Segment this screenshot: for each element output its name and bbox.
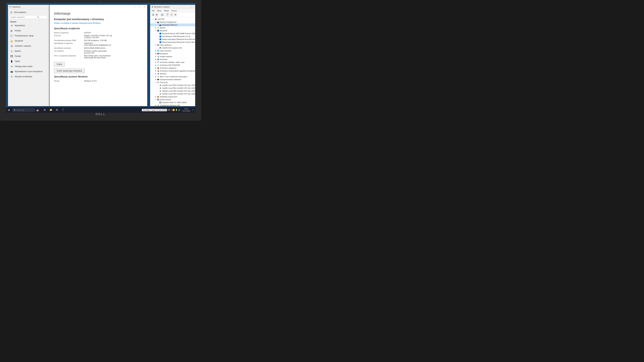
settings-home-item[interactable]: 🏠 Strona główna	[8, 10, 49, 14]
toolbar-back[interactable]: ◀	[151, 13, 154, 16]
tree-karty-graficzne[interactable]: ▼ 🎮 Karty graficzne	[150, 43, 195, 46]
sandisk-icon: 💾	[159, 101, 162, 104]
tree-bt-ms2[interactable]: 🔵 Moduł wyliczający Bluetooth LE firmy M…	[150, 41, 195, 43]
taskbar-right: Pozostało: 1 godz. 31 min (57%) ⌨ ∧ 📶 🔋 …	[142, 108, 195, 112]
menu-akcja[interactable]: Akcja	[157, 9, 162, 12]
menu-plik[interactable]: Plik	[152, 9, 155, 12]
systray-keyboard-icon[interactable]: ⌨	[168, 109, 170, 111]
intel-hd-icon: 🎮	[159, 47, 162, 49]
graphics-category-icon: 🎮	[157, 44, 160, 46]
tree-baterie[interactable]: ▶ 🔋 Baterie	[150, 26, 195, 29]
info-security-link[interactable]: Zobacz szczegóły w usłudze Zabezpieczeni…	[54, 22, 143, 24]
toolbar-driver[interactable]: 🖥	[174, 13, 177, 16]
info-spec-windows-title: Specyfikacja systemu Windows	[54, 75, 143, 78]
bt-dell-icon: 🔵	[159, 35, 162, 38]
toolbar-help[interactable]: ❓	[166, 13, 169, 16]
settings-item-powiadomienia[interactable]: 💬 Powiadomienia i akcje	[8, 33, 49, 38]
settings-wielozadaniowy-label: Obsługa wielu zadań	[15, 65, 32, 67]
tree-aparaty[interactable]: ▼ 📷 Aparaty fotograficzne	[150, 20, 195, 23]
tree-intel-hd[interactable]: 🎮 Intel(R) HD Graphics 520	[150, 46, 195, 49]
systray-network-icon[interactable]: 📶	[172, 109, 175, 111]
tree-webcam-label: Integrated Webcam	[162, 24, 178, 26]
toolbar-forward[interactable]: ▶	[155, 13, 158, 16]
tree-bt-ms1[interactable]: 🔵 Moduł wyliczający Bluetooth firmy Micr…	[150, 38, 195, 41]
spec-value-pen: Brak obsługi pióra i wprowadzaniadotykow…	[84, 55, 143, 58]
settings-wspolne-label: Wspólne środowisko	[15, 75, 32, 78]
settings-search-box[interactable]: 🔍	[10, 15, 48, 19]
tree-laptop[interactable]: ▼ 💻 LAPTOP	[150, 18, 195, 20]
settings-item-pamiec[interactable]: 💾 Pamięć	[8, 54, 49, 59]
tree-bt-dell[interactable]: 🔵 Dell Wireless 1802 Bluetooth 4.0 LE	[150, 35, 195, 38]
tree-bt-ms1-label: Moduł wyliczający Bluetooth firmy Micros…	[162, 38, 195, 40]
devmgr-tree[interactable]: ▼ 💻 LAPTOP ▼ 📷 Aparaty fotograficzne	[150, 17, 195, 106]
tree-kontrolery-usb[interactable]: ▶ 🔌 Kontrolery uniwersalnej magistrali s…	[150, 69, 195, 72]
tree-stacje-label: Stacje dysków	[160, 99, 171, 100]
toolbar-properties[interactable]: 📋	[170, 13, 173, 16]
tree-firmware[interactable]: ▶ 📟 Oprogramowanie układowe	[150, 78, 195, 81]
tree-komputer[interactable]: ▶ 💻 Komputer	[150, 58, 195, 61]
info-spec-device-title: Specyfikacja urządzenia	[54, 27, 143, 30]
devmgr-minimize-button[interactable]: —	[190, 5, 194, 8]
tree-procesory[interactable]: ▼ ⚙ Procesory	[150, 81, 195, 84]
settings-search-input[interactable]	[11, 16, 36, 18]
keyboard-category-icon: ⌨	[157, 52, 160, 55]
tree-cpu-1[interactable]: ⚙ Intel(R) Core(TM) i3-6100U CPU @ 2.30G…	[150, 84, 195, 87]
tree-cpu-2[interactable]: ⚙ Intel(R) Core(TM) i3-6100U CPU @ 2.30G…	[150, 87, 195, 89]
tree-cpu-4[interactable]: ⚙ Intel(R) Core(TM) i3-6100U CPU @ 2.30G…	[150, 92, 195, 95]
menu-pomoc[interactable]: Pomoc	[171, 9, 177, 12]
settings-item-wielozadaniowy[interactable]: ⊞ Obsługa wielu zadań	[8, 64, 49, 69]
settings-item-wyswietlanie[interactable]: 📺 Wyświetlanie na tym komputerze	[8, 69, 49, 74]
tree-stacje[interactable]: ▼ 💾 Stacje dysków	[150, 98, 195, 101]
settings-wyswietlanie-label: Wyświetlanie na tym komputerze	[15, 70, 43, 73]
settings-item-wyswietlacz[interactable]: 🖥 Wyświetlacz	[8, 23, 49, 28]
tree-cpu-3[interactable]: ⚙ Intel(R) Core(TM) i3-6100U CPU @ 2.30G…	[150, 89, 195, 92]
tree-kontrolery-magazyn[interactable]: ▶ 📦 Kontrolery magazynu	[150, 66, 195, 69]
spec-row-processor: Procesor Intel(R) Core(TM) i3-6100U CPU …	[54, 34, 143, 39]
tablet-icon: 📱	[10, 60, 13, 63]
settings-item-skupienie[interactable]: 🔔 Skupienie	[8, 38, 49, 43]
settings-item-zasilanie[interactable]: ⏻ Zasilanie i uśpienie	[8, 43, 49, 48]
systray-chevron-icon[interactable]: ∧	[171, 109, 172, 111]
tree-kolejki-label: Kolejki wydruku	[160, 55, 172, 57]
start-button[interactable]: ⊞	[6, 107, 12, 113]
close-button[interactable]: ✕	[142, 5, 146, 8]
tree-kontrolery-dzwiek[interactable]: ▶ 🎵 Kontrolery dźwięku, wideo i gier	[150, 61, 195, 64]
tree-karty-sieciowe[interactable]: ▶ 🌐 Karty sieciowe	[150, 49, 195, 52]
devmgr-icon: 🖥	[152, 6, 153, 8]
toolbar-refresh[interactable]: 🔄	[160, 13, 164, 16]
webcam-dot	[100, 1, 101, 2]
tree-monitory[interactable]: ▶ 🖥 Monitory	[150, 72, 195, 75]
settings-item-tablet[interactable]: 📱 Tablet	[8, 59, 49, 64]
devmgr-maximize-button[interactable]: □	[194, 5, 195, 8]
hid-category-icon: 🖱	[157, 104, 160, 106]
tree-kontrolery-ide[interactable]: ▶ 💿 Kontrolery IDE ATA/ATAPI	[150, 64, 195, 66]
spec-value-processor: Intel(R) Core(TM) i3-6100U CPU @2.30GHz …	[84, 35, 143, 38]
tree-hid[interactable]: ▶ 🖱 Urządzenia interfejsu HID	[150, 104, 195, 106]
settings-item-wspolne[interactable]: ⚙ Wspólne środowisko	[8, 74, 49, 79]
tree-bluetooth[interactable]: ▼ 🔵 Bluetooth	[150, 29, 195, 32]
systray-battery-icon[interactable]: 🔋	[175, 109, 178, 111]
spec-label-system-type: Typ systemu	[54, 50, 83, 54]
settings-item-dzwiek[interactable]: 🔊 Dźwięk	[8, 28, 49, 33]
settings-item-bateria[interactable]: 🔋 Bateria	[8, 48, 49, 54]
tree-webcam[interactable]: 📷 Integrated Webcam	[150, 23, 195, 26]
systray-volume-icon[interactable]: 🔊	[178, 109, 180, 111]
tree-mysz[interactable]: ▶ 🖱 Mysz i inne urządzenia wskazujące	[150, 75, 195, 78]
taskbar-app-settings[interactable]: ⚙	[54, 107, 60, 113]
copy-button[interactable]: Kopiuj	[54, 62, 65, 66]
taskbar-app-task-view[interactable]: ⊞	[42, 107, 48, 113]
taskbar-search-input[interactable]	[16, 109, 31, 111]
tree-kolejki[interactable]: ▶ 🖨 Kolejki wydruku	[150, 55, 195, 58]
tree-bt-rfcomm[interactable]: 🔵 Bluetooth Device (RFCOMM Protocol TDI)	[150, 32, 195, 35]
taskbar-app-media[interactable]: 🎵	[60, 107, 66, 113]
rename-button[interactable]: Zmień nazwę tego komputera	[54, 69, 85, 73]
camera-category-icon: 📷	[157, 21, 160, 23]
taskbar-search-box[interactable]: 🔍	[12, 108, 35, 112]
maximize-button[interactable]: □	[137, 5, 142, 8]
menu-widok[interactable]: Widok	[164, 9, 169, 12]
tree-skladniki[interactable]: ▶ 📦 Składniki programowe	[150, 95, 195, 98]
tree-sandisk[interactable]: 💾 SanDisk X400 2.5 7MM 128GB	[150, 101, 195, 104]
taskbar-app-explorer[interactable]: 📁	[48, 107, 54, 113]
tree-klawiatury[interactable]: ▶ ⌨ Klawiatury	[150, 52, 195, 55]
minimize-button[interactable]: —	[132, 5, 137, 8]
